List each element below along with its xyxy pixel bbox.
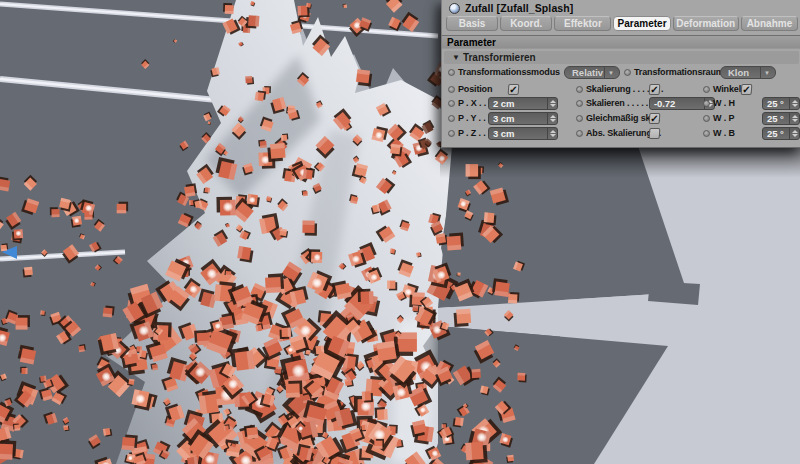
clone-cube [131, 389, 153, 411]
transform-space-dropdown[interactable]: Klon ▼ [720, 66, 776, 79]
wh-field[interactable]: 25 ° [762, 97, 800, 110]
row-py: P . Y . . . 3 cm Gleichmäßig skal. ✓ W .… [442, 112, 800, 126]
angle-flag-label: Winkel [713, 84, 741, 94]
wh-label: W . H [713, 98, 735, 108]
chevron-down-icon: ▼ [760, 67, 775, 78]
pz-label: P . Z . . . [458, 128, 490, 138]
animation-dot[interactable] [576, 130, 583, 137]
animation-dot[interactable] [576, 100, 583, 107]
clone-cube [138, 350, 148, 360]
animation-dot[interactable] [448, 130, 455, 137]
section-header: Parameter [442, 35, 800, 49]
clone-cube [97, 333, 120, 355]
stepper-icon[interactable] [789, 128, 799, 139]
clone-cube [416, 252, 422, 258]
attribute-manager-panel: Zufall [Zufall_Splash] Basis Koord. Effe… [441, 0, 800, 148]
tab-bar: Basis Koord. Effektor Parameter Deformat… [446, 16, 798, 31]
transform-space-label: Transformationsraum [634, 67, 724, 77]
group-header-transformieren[interactable]: ▼ Transformieren [444, 51, 799, 64]
tab-basis[interactable]: Basis [446, 16, 498, 31]
transform-mode-dropdown[interactable]: Relativ ▼ [564, 66, 620, 79]
wp-label: W . P [713, 113, 734, 123]
wb-label: W . B [713, 128, 735, 138]
scale-flag-checkbox[interactable]: ✓ [649, 84, 661, 95]
clone-cube [208, 121, 212, 125]
tab-effektor[interactable]: Effektor [554, 16, 611, 31]
row-px: P . X . . . 2 cm Skalieren . . . . . . .… [442, 97, 800, 111]
row-transform-mode: Transformationssmodus Relativ ▼ Transfor… [442, 66, 800, 80]
group-header-label: Transformieren [463, 52, 536, 63]
tab-deformation[interactable]: Deformation [673, 16, 739, 31]
random-effector-icon [449, 3, 460, 14]
pz-field[interactable]: 3 cm [488, 127, 558, 140]
wb-field[interactable]: 25 ° [762, 127, 800, 140]
row-flags: Position ✓ Skalierung . . . . . . . ✓ Wi… [442, 83, 800, 97]
stepper-icon[interactable] [547, 128, 557, 139]
animation-dot[interactable] [448, 115, 455, 122]
wp-field[interactable]: 25 ° [762, 112, 800, 125]
angle-flag-checkbox[interactable]: ✓ [741, 84, 753, 95]
animation-dot[interactable] [624, 69, 631, 76]
animation-dot[interactable] [448, 69, 455, 76]
animation-dot[interactable] [576, 86, 583, 93]
animation-dot[interactable] [703, 115, 710, 122]
animation-dot[interactable] [703, 86, 710, 93]
stepper-icon[interactable] [789, 98, 799, 109]
animation-dot[interactable] [448, 86, 455, 93]
clone-cube [279, 229, 288, 238]
stepper-icon[interactable] [789, 113, 799, 124]
clone-cube [70, 216, 82, 228]
animation-dot[interactable] [576, 115, 583, 122]
row-pz: P . Z . . . 3 cm Abs. Skalierung . . W .… [442, 127, 800, 141]
py-label: P . Y . . . [458, 113, 490, 123]
abs-scale-checkbox[interactable] [649, 128, 661, 139]
px-field[interactable]: 2 cm [488, 97, 558, 110]
panel-title: Zufall [Zufall_Splash] [465, 2, 573, 14]
tab-koord[interactable]: Koord. [500, 16, 552, 31]
tab-parameter[interactable]: Parameter [613, 16, 670, 31]
animation-dot[interactable] [703, 100, 710, 107]
position-label: Position [458, 84, 492, 94]
py-field[interactable]: 3 cm [488, 112, 558, 125]
stepper-icon[interactable] [547, 98, 557, 109]
chevron-down-icon: ▼ [604, 67, 619, 78]
app-window: Zufall [Zufall_Splash] Basis Koord. Effe… [0, 0, 800, 464]
chevron-down-icon: ▼ [452, 54, 460, 62]
clone-cube [17, 345, 37, 365]
uniform-scale-checkbox[interactable]: ✓ [649, 113, 661, 124]
clone-cube [103, 428, 112, 437]
tab-abnahme[interactable]: Abnahme [741, 16, 798, 31]
stepper-icon[interactable] [547, 113, 557, 124]
transform-mode-label: Transformationssmodus [458, 67, 560, 77]
clone-cube [184, 183, 198, 197]
section-header-label: Parameter [447, 37, 496, 48]
px-label: P . X . . . [458, 98, 491, 108]
position-checkbox[interactable]: ✓ [508, 84, 520, 95]
panel-titlebar: Zufall [Zufall_Splash] [442, 0, 800, 16]
animation-dot[interactable] [448, 100, 455, 107]
animation-dot[interactable] [703, 130, 710, 137]
